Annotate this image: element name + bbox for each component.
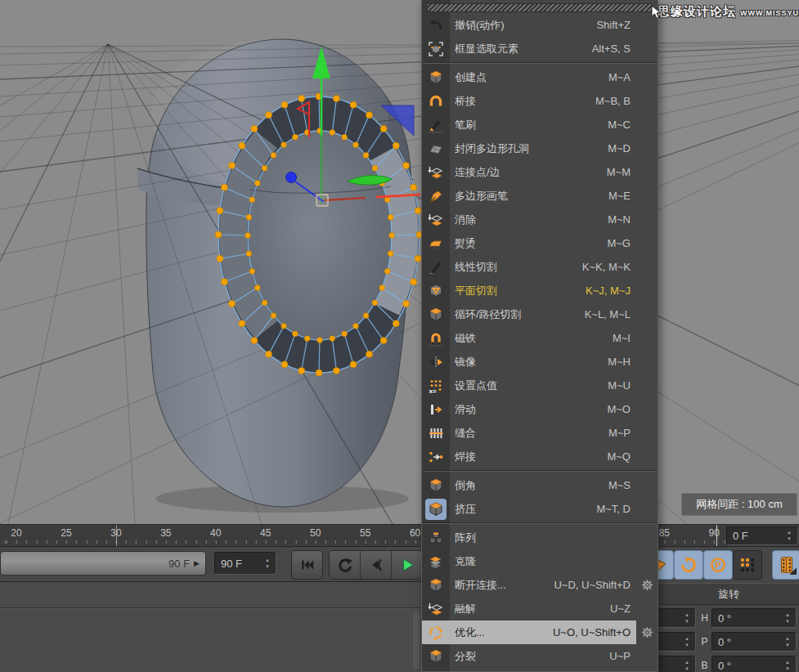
menu-item-magnet[interactable]: 磁铁M~I	[422, 326, 658, 350]
menu-item-line-cut[interactable]: 线性切割K~K, M~K	[422, 255, 658, 279]
rotation-row-b: ▲▼B0 °▲▼	[658, 655, 799, 672]
disconnect-icon	[427, 576, 445, 594]
menu-item-shortcut: Alt+S, S	[592, 43, 631, 55]
end-frame-spinner[interactable]: ▲▼	[787, 530, 792, 541]
record-parameter-button[interactable]: P	[703, 550, 733, 580]
menu-item-shortcut: U~D, U~Shift+D	[554, 579, 631, 591]
current-frame-field[interactable]: 90 F ▲▼	[214, 552, 276, 575]
menu-item-poly-pen[interactable]: 多边形画笔M~E	[422, 184, 658, 208]
scrollbar-sliver[interactable]	[413, 612, 420, 669]
go-to-start-button[interactable]	[291, 550, 323, 580]
timeline-ruler[interactable]: 2025303540455055608590 0 F ▲▼	[0, 524, 799, 547]
field-spinner[interactable]: ▲▼	[785, 660, 790, 671]
menu-item-shortcut: M~D	[608, 142, 631, 155]
menu-item-create-point[interactable]: 创建点M~A	[422, 65, 658, 89]
menu-item-dissolve[interactable]: 消除M~N	[422, 208, 658, 231]
rotation-value-field[interactable]: 0 °▲▼	[711, 632, 797, 652]
field-spinner[interactable]: ▲▼	[785, 636, 790, 647]
current-frame-marker[interactable]	[716, 525, 717, 546]
stitch-icon	[427, 424, 445, 442]
preview-range-marker[interactable]	[116, 525, 117, 546]
grid-spacing-badge: 网格间距 : 100 cm	[681, 493, 797, 516]
partial-value-field[interactable]: ▲▼	[658, 632, 696, 652]
viewport-3d[interactable]: 思缘设计论坛WWW.MISSYUAN.COM 网格间距 : 100 cm	[0, 0, 799, 524]
menu-item-bevel[interactable]: 倒角M~S	[422, 473, 658, 497]
menu-item-iron[interactable]: 熨烫M~G	[422, 231, 658, 255]
menu-item-close-hole[interactable]: 封闭多边形孔洞M~D	[422, 137, 658, 160]
watermark: 思缘设计论坛WWW.MISSYUAN.COM	[658, 4, 799, 20]
close-hole-icon	[427, 140, 445, 158]
menu-item-label: 滑动	[455, 402, 476, 417]
menu-item-label: 撤销(动作)	[455, 18, 505, 33]
field-spinner[interactable]: ▲▼	[785, 612, 790, 624]
menu-item-label: 桥接	[455, 94, 476, 109]
point-level-animation-icon	[738, 556, 756, 574]
menu-tearoff-handle[interactable]	[427, 3, 653, 12]
rotation-row-h: ▲▼H0 °▲▼	[658, 607, 799, 629]
magnet-icon	[427, 329, 445, 347]
menu-item-stitch[interactable]: 缝合M~P	[422, 421, 658, 445]
menu-item-bridge[interactable]: 桥接M~B, B	[422, 89, 658, 113]
current-frame-spinner[interactable]: ▲▼	[265, 558, 270, 569]
ruler-frame-number: 60	[410, 527, 420, 539]
partial-value-field[interactable]: ▲▼	[658, 608, 696, 628]
bridge-icon	[427, 92, 445, 110]
previous-frame-button[interactable]	[361, 551, 392, 579]
viewport-canvas[interactable]	[0, 0, 799, 524]
rotation-value-field[interactable]: 0 °▲▼	[711, 608, 797, 628]
point-level-animation-button[interactable]	[733, 550, 762, 580]
menu-item-label: 连接点/边	[455, 165, 500, 180]
menu-item-shortcut: M~O	[607, 403, 631, 415]
clone-icon	[427, 553, 445, 571]
ruler-frame-number: 45	[260, 527, 271, 539]
menu-item-optimize[interactable]: 优化...U~O, U~Shift+O	[422, 620, 658, 644]
autokeying-button[interactable]	[772, 550, 799, 580]
menu-item-loop-cut[interactable]: 循环/路径切割K~L, M~L	[422, 302, 658, 326]
gizmo-origin-box[interactable]	[316, 195, 328, 206]
mirror-icon	[427, 353, 445, 371]
menu-item-label: 融解	[455, 602, 476, 616]
partial-value-field[interactable]: ▲▼	[658, 656, 696, 672]
create-point-icon	[427, 69, 445, 87]
field-spinner[interactable]: ▲▼	[685, 660, 689, 671]
menu-item-plane-cut[interactable]: 平面切割K~J, M~J	[422, 279, 658, 302]
record-rotation-button[interactable]	[674, 550, 703, 580]
menu-item-label: 框显选取元素	[455, 42, 518, 56]
play-forward-button[interactable]	[392, 551, 422, 579]
menu-item-frame-select[interactable]: 框显选取元素Alt+S, S	[422, 37, 658, 60]
menu-item-array[interactable]: 阵列	[422, 526, 658, 549]
menu-item-clone[interactable]: 克隆	[422, 549, 658, 573]
menu-item-label: 消除	[455, 213, 476, 227]
menu-item-undo[interactable]: 撤销(动作)Shift+Z	[422, 13, 658, 37]
ruler-frame-number: 90	[709, 527, 720, 539]
go-to-start-icon	[299, 558, 316, 572]
timeline-range-slider[interactable]: 90 F ▶	[0, 551, 206, 576]
menu-item-set-point-value[interactable]: 设置点值M~U	[422, 374, 658, 397]
rotation-value-field[interactable]: 0 °▲▼	[711, 656, 797, 672]
coordinates-rotation-panel: 旋转 ▲▼H0 °▲▼▲▼P0 °▲▼▲▼B0 °▲▼	[658, 581, 799, 672]
field-spinner[interactable]: ▲▼	[685, 612, 689, 624]
z-axis-knob[interactable]	[286, 172, 297, 183]
menu-item-mirror[interactable]: 镜像M~H	[422, 350, 658, 374]
menu-item-shortcut: U~Z	[610, 603, 631, 615]
menu-item-connect-edge[interactable]: 连接点/边M~M	[422, 160, 658, 184]
plane-cut-icon	[427, 282, 445, 300]
menu-item-split[interactable]: 分裂U~P	[422, 644, 658, 668]
menu-item-brush[interactable]: 笔刷M~C	[422, 113, 658, 137]
weld-icon	[427, 448, 445, 466]
ruler-frame-number: 50	[310, 527, 321, 539]
iron-icon	[427, 235, 445, 253]
melt-icon	[427, 600, 445, 618]
menu-item-slide[interactable]: 滑动M~O	[422, 397, 658, 421]
field-spinner[interactable]: ▲▼	[685, 636, 689, 647]
gear-icon[interactable]	[640, 625, 654, 639]
line-cut-icon	[427, 258, 445, 276]
previous-frame-icon	[368, 557, 384, 573]
loop-playback-button[interactable]	[330, 551, 361, 579]
menu-item-melt[interactable]: 融解U~Z	[422, 597, 658, 620]
menu-item-disconnect[interactable]: 断开连接...U~D, U~Shift+D	[422, 573, 658, 597]
end-frame-field[interactable]: 0 F ▲▼	[726, 526, 798, 545]
menu-item-weld[interactable]: 焊接M~Q	[422, 445, 658, 468]
gear-icon[interactable]	[640, 578, 654, 592]
menu-item-extrude[interactable]: 挤压M~T, D	[422, 497, 658, 521]
